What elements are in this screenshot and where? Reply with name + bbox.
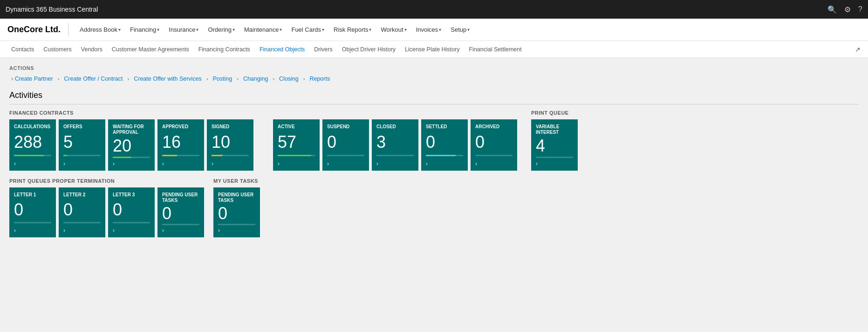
sec-nav-item-contacts[interactable]: Contacts: [7, 44, 38, 55]
help-icon[interactable]: ?: [858, 5, 862, 14]
card-progress-bar: [63, 155, 101, 156]
activity-card-pending-user-tasks[interactable]: PENDING USER TASKS0›: [157, 187, 204, 237]
activity-card-offers[interactable]: OFFERS5›: [59, 119, 105, 171]
user-tasks-label: MY USER TASKS: [213, 178, 260, 184]
activity-card-signed[interactable]: SIGNED10›: [207, 119, 253, 171]
action-item-create-partner[interactable]: › Create Partner: [9, 75, 55, 83]
card-arrow-icon[interactable]: ›: [113, 160, 150, 167]
card-value: 5: [63, 134, 101, 151]
user-tasks-section: MY USER TASKS PENDING USER TASKS0›: [213, 178, 260, 245]
card-value: 0: [327, 134, 364, 151]
termination-label: PRINT QUEUES PROPER TERMINATION: [9, 178, 204, 184]
card-value: 57: [278, 134, 315, 151]
card-arrow-icon[interactable]: ›: [426, 160, 463, 167]
chevron-down-icon: ▾: [404, 27, 407, 32]
sec-nav-item-financed-objects[interactable]: Financed Objects: [256, 44, 308, 55]
activity-card-settled[interactable]: SETTLED0›: [421, 119, 468, 171]
card-value: 20: [113, 138, 150, 154]
action-item-changing[interactable]: Changing: [241, 75, 270, 83]
nav-menu: Address Book▾Financing▾Insurance▾Orderin…: [76, 24, 473, 35]
card-value: 288: [14, 134, 51, 151]
card-arrow-icon[interactable]: ›: [536, 160, 573, 167]
termination-section: PRINT QUEUES PROPER TERMINATION LETTER 1…: [9, 178, 204, 245]
card-label: CLOSED: [376, 124, 414, 130]
search-icon[interactable]: 🔍: [827, 5, 837, 14]
card-arrow-icon[interactable]: ›: [475, 160, 513, 167]
card-label: LETTER 3: [113, 192, 150, 198]
card-progress-bar: [14, 222, 51, 223]
activity-card-letter-2[interactable]: LETTER 20›: [59, 187, 105, 237]
chevron-down-icon: ▾: [280, 27, 282, 32]
card-arrow-icon[interactable]: ›: [218, 227, 255, 234]
card-value: 10: [212, 134, 249, 151]
card-arrow-icon[interactable]: ›: [63, 227, 101, 234]
action-item-posting[interactable]: Posting: [211, 75, 234, 83]
financed-cards-row: CALCULATIONS288›OFFERS5›WAITING FOR APPR…: [9, 119, 517, 171]
activity-card-calculations[interactable]: CALCULATIONS288›: [9, 119, 56, 171]
activity-card-approved[interactable]: APPROVED16›: [157, 119, 204, 171]
action-item-closing[interactable]: Closing: [277, 75, 301, 83]
nav-item-insurance[interactable]: Insurance▾: [165, 24, 202, 35]
card-progress-bar: [426, 155, 463, 156]
nav-item-invoices[interactable]: Invoices▾: [412, 24, 445, 35]
sec-nav-item-drivers[interactable]: Drivers: [310, 44, 336, 55]
nav-item-risk-reports[interactable]: Risk Reports▾: [330, 24, 375, 35]
activity-card-pending-user-tasks[interactable]: PENDING USER TASKS0›: [213, 187, 260, 237]
card-label: PENDING USER TASKS: [162, 192, 199, 203]
action-item-create-offer-with-services[interactable]: Create Offer with Services: [132, 75, 204, 83]
card-progress-bar: [113, 222, 150, 223]
card-label: CALCULATIONS: [14, 124, 51, 130]
sec-nav-item-object-driver-history[interactable]: Object Driver History: [338, 44, 399, 55]
nav-item-maintenance[interactable]: Maintenance▾: [240, 24, 286, 35]
company-name[interactable]: OneCore Ltd.: [7, 25, 61, 35]
activity-card-variable-interest[interactable]: VARIABLE INTEREST4›: [531, 119, 578, 171]
nav-item-setup[interactable]: Setup▾: [447, 24, 473, 35]
card-arrow-icon[interactable]: ›: [14, 160, 51, 167]
sec-nav-item-customers[interactable]: Customers: [40, 44, 75, 55]
sec-nav-item-financial-settlement[interactable]: Financial Settlement: [465, 44, 525, 55]
card-label: OFFERS: [63, 124, 101, 130]
card-arrow-icon[interactable]: ›: [113, 227, 150, 234]
sec-nav-item-customer-master-agreements[interactable]: Customer Master Agreements: [108, 44, 193, 55]
sec-nav-item-financing-contracts[interactable]: Financing Contracts: [195, 44, 254, 55]
card-progress-bar: [536, 157, 573, 158]
card-arrow-icon[interactable]: ›: [162, 160, 199, 167]
action-item-create-offer--contract[interactable]: Create Offer / Contract: [62, 75, 124, 83]
activity-card-closed[interactable]: CLOSED3›: [372, 119, 418, 171]
nav-item-financing[interactable]: Financing▾: [126, 24, 163, 35]
card-value: 16: [162, 134, 199, 151]
gear-icon[interactable]: ⚙: [844, 5, 851, 14]
sec-nav-item-license-plate-history[interactable]: License Plate History: [401, 44, 463, 55]
card-value: 0: [113, 201, 150, 218]
activities-title: Activities: [9, 90, 859, 100]
card-progress-bar: [162, 155, 199, 156]
card-arrow-icon[interactable]: ›: [212, 160, 249, 167]
activity-card-archived[interactable]: ARCHIVED0›: [471, 119, 517, 171]
card-arrow-icon[interactable]: ›: [63, 160, 101, 167]
activity-card-letter-3[interactable]: LETTER 30›: [108, 187, 155, 237]
card-arrow-icon[interactable]: ›: [327, 160, 364, 167]
app-title: Dynamics 365 Business Central: [6, 6, 98, 13]
action-separator: ›: [58, 76, 60, 82]
activity-card-letter-1[interactable]: LETTER 10›: [9, 187, 56, 237]
activity-card-active[interactable]: ACTIVE57›: [273, 119, 320, 171]
nav-item-ordering[interactable]: Ordering▾: [204, 24, 239, 35]
card-arrow-icon[interactable]: ›: [14, 227, 51, 234]
card-arrow-icon[interactable]: ›: [278, 160, 315, 167]
card-label: ACTIVE: [278, 124, 315, 130]
action-item-reports[interactable]: Reports: [308, 75, 332, 83]
nav-item-address-book[interactable]: Address Book▾: [76, 24, 124, 35]
nav-item-workout[interactable]: Workout▾: [377, 24, 410, 35]
card-progress-bar: [475, 155, 513, 156]
card-arrow-icon[interactable]: ›: [162, 227, 199, 234]
card-progress-bar: [218, 224, 255, 225]
sec-nav-item-vendors[interactable]: Vendors: [77, 44, 106, 55]
actions-label: ACTIONS: [9, 65, 859, 71]
chevron-down-icon: ▾: [322, 27, 324, 32]
expand-icon[interactable]: ↗: [855, 46, 861, 53]
nav-item-fuel-cards[interactable]: Fuel Cards▾: [287, 24, 328, 35]
activity-card-suspend[interactable]: SUSPEND0›: [322, 119, 369, 171]
card-progress-bar: [113, 157, 150, 158]
card-arrow-icon[interactable]: ›: [376, 160, 414, 167]
activity-card-waiting-for-approval[interactable]: WAITING FOR APPROVAL20›: [108, 119, 155, 171]
